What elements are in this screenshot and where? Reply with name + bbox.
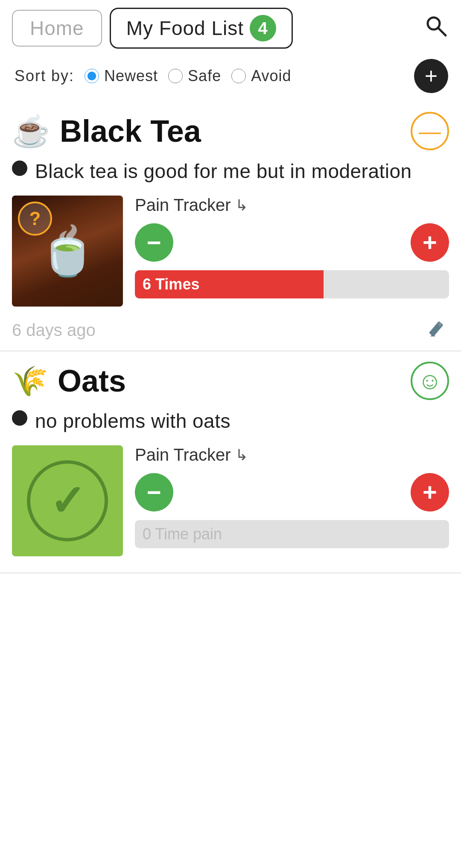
oats-image: ✓ [12,445,123,556]
search-button[interactable] [423,12,449,44]
oats-note: no problems with oats [35,408,230,434]
sort-safe-text: Safe [188,67,221,85]
pain-bar-fill-1: 6 Times [135,270,324,298]
black-tea-icon: ☕ [12,116,50,146]
pain-tracker-label-2: Pain Tracker ↳ [135,445,449,465]
oats-icon: 🌾 [12,366,48,395]
black-tea-edit-button[interactable] [425,318,449,343]
food-title-left-black-tea: ☕ Black Tea [12,114,201,149]
pain-bar-label-2: 0 Time pain [135,525,222,543]
pain-tracker-arrow-icon: ↳ [235,196,248,214]
svg-line-1 [438,28,446,35]
sort-newest-radio[interactable] [85,69,99,83]
sort-avoid-label[interactable]: Avoid [231,67,291,85]
sort-avoid-text: Avoid [251,67,291,85]
home-button[interactable]: Home [12,10,102,47]
plus-icon-1: + [423,230,437,255]
black-tea-body: 🍵 ? Pain Tracker ↳ − + 6 Times [12,196,449,307]
black-tea-pain-tracker: Pain Tracker ↳ − + 6 Times [135,196,449,298]
black-tea-note: Black tea is good for me but in moderati… [35,158,412,184]
sort-avoid-radio[interactable] [231,69,246,83]
food-card-oats: 🌾 Oats ☺ no problems with oats ✓ Pain Tr… [0,351,461,573]
food-title-left-oats: 🌾 Oats [12,363,126,398]
pain-buttons-1: − + [135,223,449,262]
sort-newest-label[interactable]: Newest [85,67,158,85]
pain-plus-button-2[interactable]: + [411,473,449,511]
food-card-black-tea: ☕ Black Tea — Black tea is good for me b… [0,102,461,351]
pain-bar-2: 0 Time pain [135,520,449,548]
black-tea-bullet [12,161,27,176]
pain-tracker-label-1: Pain Tracker ↳ [135,196,449,215]
black-tea-note-row: Black tea is good for me but in moderati… [12,158,449,184]
pain-plus-button-1[interactable]: + [411,223,449,262]
happy-face-icon: ☺ [417,369,442,393]
black-tea-name: Black Tea [60,114,201,149]
add-icon: + [425,65,438,87]
food-title-row-oats: 🌾 Oats ☺ [12,362,449,400]
oats-mood-face: ☺ [411,362,449,400]
sort-newest-text: Newest [104,67,158,85]
food-title-row-black-tea: ☕ Black Tea — [12,112,449,150]
pain-bar-label-1: 6 Times [143,275,199,293]
black-tea-image: 🍵 ? [12,196,123,307]
pain-bar-1: 6 Times [135,270,449,298]
oats-pain-tracker: Pain Tracker ↳ − + 0 Time pain [135,445,449,548]
add-food-button[interactable]: + [414,59,448,93]
black-tea-mood-face: — [411,112,449,150]
neutral-face-icon: — [419,120,441,142]
minus-icon-2: − [147,480,161,505]
sort-safe-radio[interactable] [168,69,183,83]
check-icon: ✓ [50,476,85,526]
pain-minus-button-2[interactable]: − [135,473,173,511]
oats-note-row: no problems with oats [12,408,449,434]
oats-bullet [12,410,27,426]
food-list-label: My Food List [126,17,244,40]
oats-body: ✓ Pain Tracker ↳ − + 0 Time pain [12,445,449,556]
food-list-button[interactable]: My Food List 4 [110,8,293,49]
search-icon [424,14,447,37]
food-count-badge: 4 [250,15,276,41]
sort-safe-label[interactable]: Safe [168,67,221,85]
check-circle: ✓ [27,460,108,541]
pain-minus-button-1[interactable]: − [135,223,173,262]
black-tea-footer: 6 days ago [12,315,449,343]
sort-label: Sort by: [15,67,74,85]
black-tea-timestamp: 6 days ago [12,321,96,340]
edit-icon [427,319,447,340]
header: Home My Food List 4 [0,0,461,55]
plus-icon-2: + [423,480,437,505]
pain-tracker-arrow-icon-2: ↳ [235,446,248,464]
pain-buttons-2: − + [135,473,449,511]
oats-name: Oats [58,363,126,398]
sort-row: Sort by: Newest Safe Avoid + [0,55,461,102]
minus-icon-1: − [147,230,161,255]
